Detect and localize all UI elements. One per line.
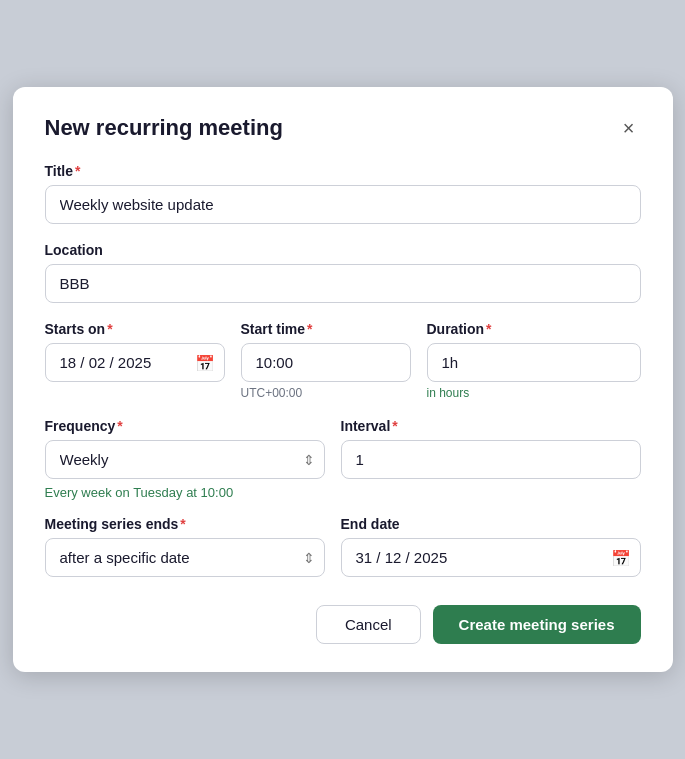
interval-label: Interval* bbox=[341, 418, 641, 434]
starts-on-group: Starts on* 📅 bbox=[45, 321, 225, 400]
start-time-label: Start time* bbox=[241, 321, 411, 337]
dialog-overlay: New recurring meeting × Title* Location … bbox=[0, 0, 685, 759]
title-field-group: Title* bbox=[45, 163, 641, 224]
frequency-row: Frequency* Daily Weekly Monthly Yearly ⇕… bbox=[45, 418, 641, 479]
location-input[interactable] bbox=[45, 264, 641, 303]
end-date-label: End date bbox=[341, 516, 641, 532]
close-button[interactable]: × bbox=[617, 116, 641, 140]
timezone-hint: UTC+00:00 bbox=[241, 386, 411, 400]
starts-on-label: Starts on* bbox=[45, 321, 225, 337]
title-label: Title* bbox=[45, 163, 641, 179]
ends-select[interactable]: after a specific date after n occurrence… bbox=[45, 538, 325, 577]
frequency-select-wrap: Daily Weekly Monthly Yearly ⇕ bbox=[45, 440, 325, 479]
recurrence-hint: Every week on Tuesday at 10:00 bbox=[45, 485, 641, 500]
interval-input[interactable] bbox=[341, 440, 641, 479]
end-date-group: End date 📅 bbox=[341, 516, 641, 577]
starts-on-input-wrap: 📅 bbox=[45, 343, 225, 382]
datetime-row: Starts on* 📅 Start time* UTC+00:00 Durat… bbox=[45, 321, 641, 400]
meeting-series-ends-group: Meeting series ends* after a specific da… bbox=[45, 516, 325, 577]
ends-row: Meeting series ends* after a specific da… bbox=[45, 516, 641, 577]
end-date-input[interactable] bbox=[341, 538, 641, 577]
frequency-select[interactable]: Daily Weekly Monthly Yearly bbox=[45, 440, 325, 479]
location-label: Location bbox=[45, 242, 641, 258]
dialog-header: New recurring meeting × bbox=[45, 115, 641, 141]
frequency-group: Frequency* Daily Weekly Monthly Yearly ⇕ bbox=[45, 418, 325, 479]
starts-on-input[interactable] bbox=[45, 343, 225, 382]
duration-group: Duration* in hours bbox=[427, 321, 641, 400]
dialog: New recurring meeting × Title* Location … bbox=[13, 87, 673, 672]
title-input[interactable] bbox=[45, 185, 641, 224]
interval-group: Interval* bbox=[341, 418, 641, 479]
frequency-label: Frequency* bbox=[45, 418, 325, 434]
create-meeting-series-button[interactable]: Create meeting series bbox=[433, 605, 641, 644]
location-field-group: Location bbox=[45, 242, 641, 303]
ends-select-wrap: after a specific date after n occurrence… bbox=[45, 538, 325, 577]
duration-label: Duration* bbox=[427, 321, 641, 337]
start-time-group: Start time* UTC+00:00 bbox=[241, 321, 411, 400]
dialog-title: New recurring meeting bbox=[45, 115, 283, 141]
end-date-input-wrap: 📅 bbox=[341, 538, 641, 577]
cancel-button[interactable]: Cancel bbox=[316, 605, 421, 644]
start-time-input[interactable] bbox=[241, 343, 411, 382]
duration-hint: in hours bbox=[427, 386, 641, 400]
duration-input[interactable] bbox=[427, 343, 641, 382]
meeting-series-ends-label: Meeting series ends* bbox=[45, 516, 325, 532]
footer-row: Cancel Create meeting series bbox=[45, 605, 641, 644]
